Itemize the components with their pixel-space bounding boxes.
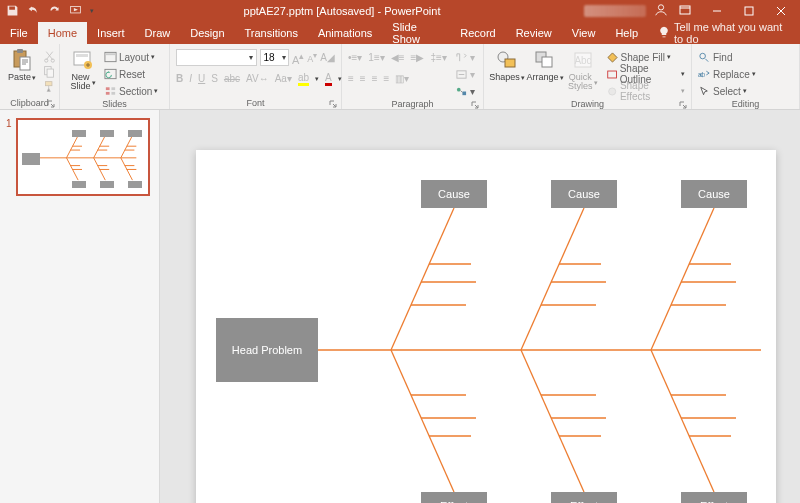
align-text-icon[interactable]: ▾ xyxy=(455,66,475,82)
shapes-button[interactable]: Shapes▾ xyxy=(490,49,524,82)
increase-indent-icon[interactable]: ≡▶ xyxy=(411,52,425,63)
strikethrough-icon[interactable]: abc xyxy=(224,73,240,84)
font-size-input[interactable] xyxy=(261,52,281,63)
character-spacing-icon[interactable]: AV↔ xyxy=(246,73,269,84)
shape-effects-button[interactable]: Shape Effects▾ xyxy=(606,83,685,99)
tab-animations[interactable]: Animations xyxy=(308,22,382,44)
clear-formatting-icon[interactable]: A◢ xyxy=(320,52,335,63)
align-right-icon[interactable]: ≡ xyxy=(372,73,378,84)
align-center-icon[interactable]: ≡ xyxy=(360,73,366,84)
font-size-combo[interactable]: ▾ xyxy=(260,49,289,66)
line-spacing-icon[interactable]: ‡≡▾ xyxy=(430,52,446,63)
tab-slide-show[interactable]: Slide Show xyxy=(382,22,450,44)
effect-node-2[interactable]: Effect xyxy=(551,492,617,503)
copy-icon[interactable] xyxy=(42,64,56,78)
paste-icon xyxy=(11,49,33,71)
font-highlight-icon[interactable]: ab xyxy=(298,72,309,86)
columns-icon[interactable]: ▥▾ xyxy=(395,73,409,84)
text-direction-icon[interactable]: ▾ xyxy=(455,49,475,65)
tab-view[interactable]: View xyxy=(562,22,606,44)
format-painter-icon[interactable] xyxy=(42,79,56,93)
account-avatar-icon[interactable] xyxy=(654,3,668,19)
font-family-input[interactable] xyxy=(177,52,246,63)
replace-button[interactable]: abReplace▾ xyxy=(698,66,756,82)
layout-button[interactable]: Layout▾ xyxy=(104,49,158,65)
group-slides: New Slide▾ Layout▾ Reset Section▾ Slides xyxy=(60,44,170,109)
increase-font-icon[interactable]: A▴ xyxy=(292,50,304,66)
tab-home[interactable]: Home xyxy=(38,22,87,44)
effect-node-3[interactable]: Effect xyxy=(681,492,747,503)
tell-me-search[interactable]: Tell me what you want to do xyxy=(648,22,800,44)
bullets-icon[interactable]: •≡▾ xyxy=(348,52,362,63)
save-icon[interactable] xyxy=(6,4,19,19)
font-color-icon[interactable]: A xyxy=(325,72,332,86)
reset-button[interactable]: Reset xyxy=(104,66,158,82)
new-slide-icon xyxy=(72,49,94,71)
new-slide-button[interactable]: New Slide▾ xyxy=(66,49,100,92)
account-name[interactable] xyxy=(584,5,646,17)
change-case-icon[interactable]: Aa▾ xyxy=(275,73,292,84)
close-button[interactable] xyxy=(766,0,796,22)
undo-icon[interactable] xyxy=(27,4,40,19)
decrease-font-icon[interactable]: A▾ xyxy=(307,51,317,64)
cut-icon[interactable] xyxy=(42,49,56,63)
select-button[interactable]: Select▾ xyxy=(698,83,756,99)
arrange-button[interactable]: Arrange▾ xyxy=(528,49,562,82)
svg-rect-3 xyxy=(745,7,753,15)
slide-thumbnail-1[interactable] xyxy=(16,118,150,196)
underline-icon[interactable]: U xyxy=(198,73,205,84)
slide-editor[interactable]: Head Problem Cause Cause Cause Effect Ef… xyxy=(160,110,800,503)
minimize-button[interactable] xyxy=(702,0,732,22)
cause-label-1: Cause xyxy=(438,188,470,200)
thumbnail-number: 1 xyxy=(6,118,12,196)
group-font: ▾ ▾ A▴A▾A◢ B I U S abc AV↔ Aa▾ ab▾ A▾ Fo… xyxy=(170,44,342,109)
justify-icon[interactable]: ≡ xyxy=(384,73,390,84)
group-clipboard: Paste▾ Clipboard xyxy=(0,44,60,109)
decrease-indent-icon[interactable]: ◀≡ xyxy=(391,52,405,63)
tab-draw[interactable]: Draw xyxy=(135,22,181,44)
tab-design[interactable]: Design xyxy=(180,22,234,44)
maximize-button[interactable] xyxy=(734,0,764,22)
window-controls xyxy=(584,0,800,22)
svg-point-33 xyxy=(700,53,706,59)
convert-smartart-icon[interactable]: ▾ xyxy=(455,83,475,99)
tab-record[interactable]: Record xyxy=(450,22,505,44)
paste-button[interactable]: Paste▾ xyxy=(6,49,38,82)
font-family-combo[interactable]: ▾ xyxy=(176,49,257,66)
cause-node-1[interactable]: Cause xyxy=(421,180,487,208)
ribbon-display-options-icon[interactable] xyxy=(670,0,700,22)
dialog-launcher-icon[interactable] xyxy=(679,101,687,109)
quick-styles-button[interactable]: Abc Quick Styles▾ xyxy=(566,49,600,92)
find-button[interactable]: Find xyxy=(698,49,756,65)
cause-node-2[interactable]: Cause xyxy=(551,180,617,208)
tab-transitions[interactable]: Transitions xyxy=(235,22,308,44)
svg-rect-10 xyxy=(47,69,54,77)
dialog-launcher-icon[interactable] xyxy=(47,100,55,108)
cause-label-2: Cause xyxy=(568,188,600,200)
cause-node-3[interactable]: Cause xyxy=(681,180,747,208)
find-label: Find xyxy=(713,52,732,63)
slide-canvas[interactable]: Head Problem Cause Cause Cause Effect Ef… xyxy=(196,150,776,503)
tab-file[interactable]: File xyxy=(0,22,38,44)
head-problem-node[interactable]: Head Problem xyxy=(216,318,318,382)
replace-label: Replace xyxy=(713,69,750,80)
cause-label-3: Cause xyxy=(698,188,730,200)
numbering-icon[interactable]: 1≡▾ xyxy=(368,52,384,63)
svg-rect-28 xyxy=(542,57,552,67)
tab-help[interactable]: Help xyxy=(605,22,648,44)
dialog-launcher-icon[interactable] xyxy=(471,101,479,109)
align-left-icon[interactable]: ≡ xyxy=(348,73,354,84)
italic-icon[interactable]: I xyxy=(189,73,192,84)
svg-rect-5 xyxy=(17,49,23,53)
start-from-beginning-icon[interactable] xyxy=(69,4,82,19)
qat-customize-icon[interactable]: ▾ xyxy=(90,7,94,15)
tab-insert[interactable]: Insert xyxy=(87,22,135,44)
effect-node-1[interactable]: Effect xyxy=(421,492,487,503)
bold-icon[interactable]: B xyxy=(176,73,183,84)
shadow-icon[interactable]: S xyxy=(211,73,218,84)
redo-icon[interactable] xyxy=(48,4,61,19)
tab-review[interactable]: Review xyxy=(506,22,562,44)
arrange-label: Arrange xyxy=(526,73,558,82)
section-button[interactable]: Section▾ xyxy=(104,83,158,99)
dialog-launcher-icon[interactable] xyxy=(329,100,337,108)
